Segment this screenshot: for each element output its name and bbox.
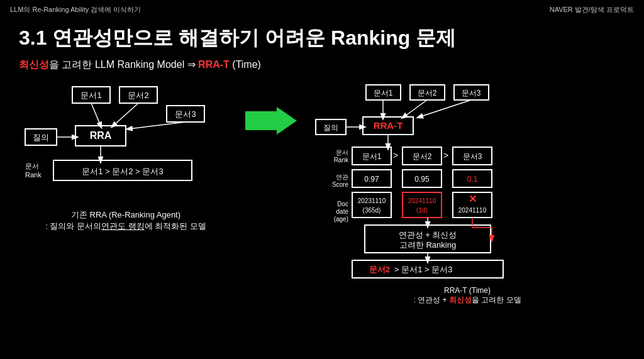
- svg-line-10: [91, 103, 101, 126]
- svg-text:(age): (age): [334, 216, 348, 223]
- svg-text:RRA: RRA: [90, 130, 112, 141]
- subtitle-rrat: RRA-T: [198, 59, 230, 70]
- svg-line-30: [404, 100, 427, 117]
- svg-text:20241110: 20241110: [458, 207, 487, 214]
- subtitle-middle: 을 고려한 LLM Ranking Model ⇒: [49, 59, 196, 70]
- svg-text:고려한 Ranking: 고려한 Ranking: [399, 240, 456, 250]
- svg-text:20231110: 20231110: [358, 197, 386, 204]
- page-title: 3.1 연관성만으로 해결하기 어려운 Ranking 문제: [0, 19, 644, 58]
- left-diagram: 문서1 문서2 문서3 질의 RRA: [19, 82, 233, 232]
- svg-text:문서1: 문서1: [362, 152, 382, 161]
- svg-text:date: date: [336, 208, 349, 215]
- svg-rect-54: [352, 192, 391, 218]
- svg-text:문서2: 문서2: [418, 89, 437, 97]
- svg-text:문서1: 문서1: [374, 89, 393, 97]
- svg-text:0.95: 0.95: [414, 175, 430, 184]
- arrow-container: [245, 107, 297, 135]
- subtitle: 최신성을 고려한 LLM Ranking Model ⇒ RRA-T (Time…: [0, 58, 644, 82]
- subtitle-suffix: (Time): [230, 59, 261, 70]
- svg-text:Score: Score: [332, 181, 349, 188]
- svg-text:RRA-T: RRA-T: [374, 120, 403, 131]
- subtitle-red: 최신성: [19, 59, 49, 70]
- svg-text:> 문서1 > 문서3: > 문서1 > 문서3: [394, 265, 452, 274]
- svg-text:연관성 + 최신성: 연관성 + 최신성: [399, 230, 457, 240]
- svg-text:>: >: [393, 150, 398, 160]
- svg-text:>: >: [443, 150, 448, 160]
- svg-text:20241110: 20241110: [408, 197, 436, 204]
- svg-text:연관: 연관: [336, 174, 348, 180]
- svg-text:문서: 문서: [25, 162, 39, 170]
- svg-text:(1d): (1d): [416, 207, 428, 214]
- right-diagram: 문서1 문서2 문서3 질의 RRA-T 문서: [309, 82, 625, 306]
- svg-text:문서3: 문서3: [175, 109, 196, 119]
- svg-text:Rank: Rank: [25, 171, 42, 179]
- svg-text:문서1 > 문서2 > 문서3: 문서1 > 문서2 > 문서3: [82, 167, 163, 176]
- svg-line-12: [129, 122, 186, 129]
- left-diagram-svg: 문서1 문서2 문서3 질의 RRA: [19, 82, 220, 204]
- content-area: 문서1 문서2 문서3 질의 RRA: [0, 82, 644, 306]
- top-left-label: LLM의 Re-Ranking Ability 검색에 이식하기: [10, 5, 141, 14]
- svg-text:0.97: 0.97: [364, 175, 379, 184]
- svg-text:문서2: 문서2: [413, 152, 432, 161]
- svg-text:Rank: Rank: [334, 157, 349, 163]
- svg-text:0.1: 0.1: [467, 175, 478, 184]
- left-description: 기존 RRA (Re-Ranking Agent) : 질의와 문서의연관도 랭…: [19, 209, 233, 232]
- svg-line-31: [419, 100, 471, 117]
- svg-text:문서: 문서: [336, 149, 348, 156]
- svg-text:문서2: 문서2: [369, 265, 390, 274]
- svg-text:질의: 질의: [33, 133, 49, 142]
- left-desc-line2: : 질의와 문서의연관도 랭킹에 최적화된 모델: [19, 221, 233, 232]
- top-right-label: NAVER 발견/탐색 프로덕트: [550, 5, 634, 14]
- svg-text:문서2: 문서2: [128, 91, 148, 100]
- right-diagram-svg: 문서1 문서2 문서3 질의 RRA-T 문서: [309, 82, 555, 299]
- left-desc-line1: 기존 RRA (Re-Ranking Agent): [19, 209, 233, 221]
- svg-text:(365d): (365d): [363, 207, 381, 214]
- svg-text:문서3: 문서3: [463, 152, 482, 161]
- svg-text:✕: ✕: [469, 194, 477, 204]
- svg-text:문서1: 문서1: [80, 91, 101, 100]
- svg-rect-57: [402, 192, 441, 218]
- svg-text:질의: 질의: [323, 123, 338, 132]
- svg-text:문서3: 문서3: [462, 89, 481, 97]
- svg-text:Doc: Doc: [337, 201, 348, 207]
- svg-line-11: [113, 103, 138, 126]
